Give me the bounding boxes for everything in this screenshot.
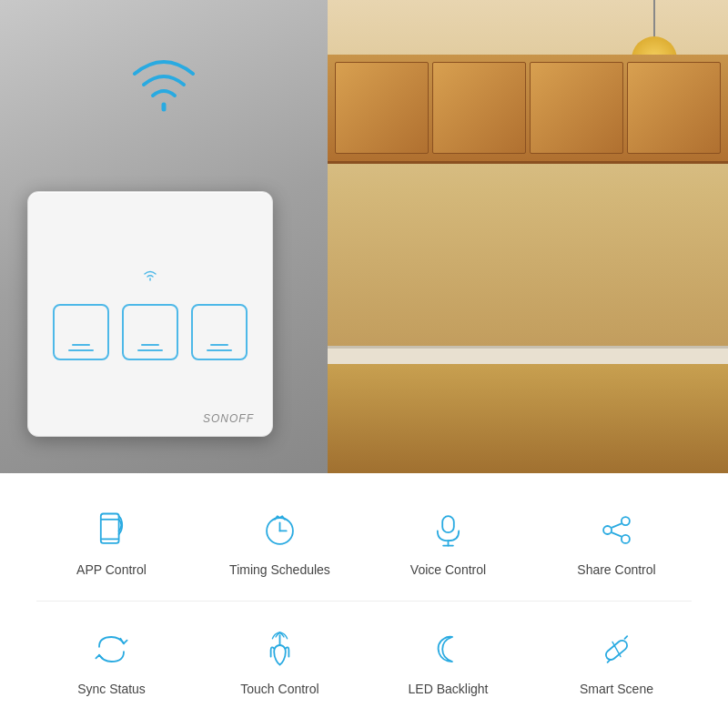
touch-control-label: Touch Control <box>240 682 318 696</box>
svg-line-13 <box>612 532 622 537</box>
app-control-label: APP Control <box>76 562 147 577</box>
table-area <box>328 364 728 473</box>
wifi-icon-large <box>127 55 200 131</box>
switch-wifi-icon <box>141 268 159 286</box>
main-container: SONOFF <box>0 0 728 728</box>
cabinet <box>328 55 728 164</box>
svg-line-16 <box>608 660 611 662</box>
voice-control-icon <box>423 505 473 555</box>
led-backlight-icon <box>423 624 473 674</box>
smart-scene-icon <box>592 624 642 674</box>
timing-schedules-icon <box>255 505 305 555</box>
left-panel: SONOFF <box>0 0 328 473</box>
features-row-1: APP Control Timing Schedules <box>0 482 728 601</box>
switch-btn-2[interactable] <box>122 304 178 360</box>
svg-point-11 <box>622 535 630 543</box>
svg-line-15 <box>625 636 628 639</box>
svg-line-12 <box>612 524 622 529</box>
sync-status-label: Sync Status <box>77 682 146 696</box>
touch-control-icon <box>255 624 305 674</box>
switch-btn-3[interactable] <box>191 304 248 360</box>
kitchen-background <box>328 0 728 473</box>
feature-smart-scene: Smart Scene <box>544 624 690 696</box>
cabinet-door-2 <box>432 62 526 154</box>
voice-control-label: Voice Control <box>410 562 486 577</box>
switch-btn-1[interactable] <box>53 304 109 360</box>
cabinet-doors <box>328 55 728 161</box>
svg-point-10 <box>603 526 612 534</box>
share-control-label: Share Control <box>577 562 655 577</box>
brand-label: SONOFF <box>203 412 254 425</box>
features-row-2: Sync Status Touch Control <box>0 602 728 720</box>
feature-touch-control: Touch Control <box>207 624 353 696</box>
ceiling-light <box>653 0 655 55</box>
svg-rect-6 <box>442 516 454 532</box>
cabinet-door-4 <box>627 62 721 154</box>
feature-share-control: Share Control <box>544 505 690 577</box>
top-section: SONOFF <box>0 0 728 473</box>
svg-point-9 <box>622 517 630 525</box>
feature-app-control: APP Control <box>39 505 185 577</box>
share-control-icon <box>592 505 642 555</box>
feature-voice-control: Voice Control <box>376 505 521 577</box>
switch-buttons <box>53 304 248 360</box>
smart-scene-label: Smart Scene <box>580 682 653 696</box>
right-panel <box>328 0 728 473</box>
cabinet-door-1 <box>335 62 429 154</box>
bottom-section: APP Control Timing Schedules <box>0 473 728 728</box>
feature-timing-schedules: Timing Schedules <box>207 505 353 577</box>
sync-status-icon <box>86 624 136 674</box>
feature-sync-status: Sync Status <box>39 624 185 696</box>
led-backlight-label: LED Backlight <box>409 682 489 696</box>
app-control-icon <box>86 505 136 555</box>
timing-schedules-label: Timing Schedules <box>229 562 330 577</box>
switch-panel: SONOFF <box>27 191 273 437</box>
cabinet-door-3 <box>530 62 623 154</box>
feature-led-backlight: LED Backlight <box>376 624 521 696</box>
